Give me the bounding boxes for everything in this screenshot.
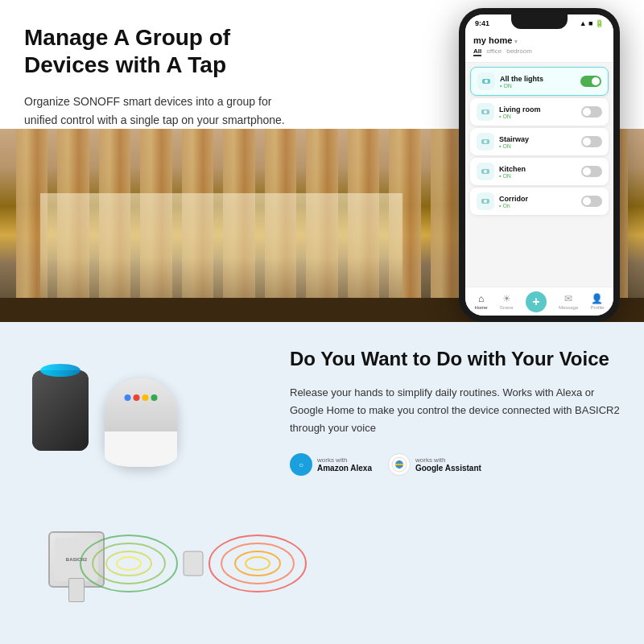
phone-home-title: my home ▾ — [473, 35, 605, 45]
device-toggle-on[interactable] — [580, 76, 601, 87]
svg-point-1 — [485, 80, 488, 83]
alexa-badge-text: works with Amazon Alexa — [317, 456, 372, 474]
google-home-device — [97, 378, 185, 499]
slat — [431, 129, 462, 322]
bottom-left-devices: BASICR2 — [0, 322, 274, 644]
device-toggle[interactable] — [581, 166, 602, 177]
phone-time: 9:41 — [475, 19, 489, 27]
svg-point-7 — [484, 170, 487, 173]
phone-nav-home[interactable]: ⌂ Home — [475, 293, 488, 310]
amazon-alexa-badge: ○ works with Amazon Alexa — [290, 453, 372, 476]
svg-text:○: ○ — [299, 460, 303, 469]
phone-device-item-living-room[interactable]: Living room • ON — [470, 98, 609, 126]
device-info: Stairway • ON — [499, 135, 529, 149]
device-icon — [477, 103, 494, 121]
google-home-dots — [125, 394, 158, 401]
phone-signal-icons: ▲ ■ 🔋 — [580, 19, 604, 27]
phone-tab-office[interactable]: office — [486, 47, 502, 56]
alexa-body — [32, 370, 89, 451]
svg-point-17 — [235, 551, 280, 576]
phone-device-item-stairway[interactable]: Stairway • ON — [470, 128, 609, 155]
phone-device-item-corridor[interactable]: Corridor • On — [470, 188, 609, 215]
svg-point-12 — [106, 551, 151, 576]
svg-point-9 — [484, 200, 487, 203]
phone-device-item-all-lights[interactable]: All the lights • ON — [470, 67, 609, 96]
top-title: Manage A Group of Devices with A Tap — [24, 24, 298, 78]
phone-tab-all[interactable]: All — [473, 47, 481, 56]
google-home-body — [105, 378, 177, 467]
svg-point-11 — [93, 543, 165, 584]
google-assistant-badge: works with Google Assistant — [388, 453, 481, 476]
device-info: Kitchen • ON — [499, 165, 526, 179]
compatibility-badges: ○ works with Amazon Alexa — [290, 453, 628, 476]
google-badge-text: works with Google Assistant — [415, 456, 481, 474]
device-toggle[interactable] — [581, 136, 602, 147]
top-text-block: Manage A Group of Devices with A Tap Org… — [24, 24, 298, 129]
device-icon — [477, 192, 494, 210]
scene-nav-icon: ☀ — [501, 293, 512, 304]
device-info: Living room • ON — [499, 105, 541, 119]
bottom-section: BASICR2 Do You Want to Do with Your Voic… — [0, 322, 644, 644]
phone-device-item-kitchen[interactable]: Kitchen • ON — [470, 158, 609, 185]
phone-app-header: my home ▾ All office bedroom — [465, 32, 613, 63]
svg-point-13 — [117, 557, 141, 570]
phone-nav-message[interactable]: ✉ Message — [559, 293, 578, 310]
svg-point-18 — [246, 557, 270, 570]
phone-body: 9:41 ▲ ■ 🔋 my home ▾ All office bedroom — [459, 8, 620, 322]
google-dot-blue — [125, 394, 131, 401]
device-icon — [477, 163, 494, 180]
phone-mockup: 9:41 ▲ ■ 🔋 my home ▾ All office bedroom — [459, 8, 620, 322]
alexa-badge-icon: ○ — [290, 453, 312, 476]
device-icon — [477, 133, 494, 151]
svg-point-16 — [221, 543, 294, 584]
alexa-device — [24, 370, 97, 475]
sound-wave-visualization — [64, 523, 322, 604]
device-info: All the lights • ON — [500, 75, 543, 89]
phone-nav-add[interactable]: + — [526, 291, 547, 312]
svg-point-5 — [484, 140, 487, 143]
top-section: Manage A Group of Devices with A Tap Org… — [0, 0, 644, 322]
device-toggle[interactable] — [581, 106, 602, 118]
alexa-ring — [40, 364, 80, 377]
device-info: Corridor • On — [499, 195, 528, 208]
phone-screen: 9:41 ▲ ■ 🔋 my home ▾ All office bedroom — [465, 14, 613, 316]
google-dot-green — [151, 394, 158, 401]
profile-nav-icon: 👤 — [592, 293, 603, 304]
bottom-description: Release your hands to simplify daily rou… — [290, 384, 628, 437]
svg-point-3 — [484, 110, 487, 114]
bottom-title: Do You Want to Do with Your Voice — [290, 346, 628, 371]
phone-device-list: All the lights • ON Living ro — [465, 63, 613, 219]
phone-tab-bedroom[interactable]: bedroom — [506, 47, 532, 56]
google-dot-red — [134, 394, 140, 401]
google-badge-icon — [388, 453, 411, 476]
device-icon — [477, 72, 495, 90]
top-description: Organize SONOFF smart devices into a gro… — [24, 93, 298, 129]
home-nav-icon: ⌂ — [476, 293, 487, 304]
phone-notch — [511, 14, 568, 29]
add-button-icon[interactable]: + — [526, 291, 547, 312]
svg-rect-14 — [184, 551, 203, 576]
phone-tab-bar: All office bedroom — [473, 45, 605, 59]
google-dot-yellow — [142, 394, 149, 401]
phone-nav-scene[interactable]: ☀ Scene — [500, 293, 514, 310]
phone-nav-profile[interactable]: 👤 Profile — [590, 293, 604, 310]
phone-navigation: ⌂ Home ☀ Scene + ✉ Message � — [465, 287, 613, 316]
message-nav-icon: ✉ — [563, 293, 574, 304]
device-toggle[interactable] — [581, 196, 602, 207]
bottom-right-content: Do You Want to Do with Your Voice Releas… — [274, 322, 644, 492]
